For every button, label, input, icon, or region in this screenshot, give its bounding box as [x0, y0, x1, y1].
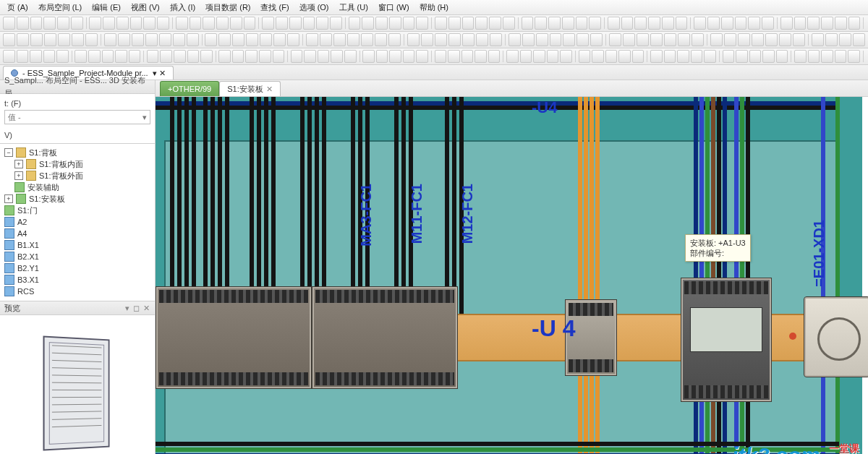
breaker-block[interactable]: [312, 286, 458, 389]
toolbar-button[interactable]: [637, 33, 649, 46]
toolbar-button[interactable]: [692, 33, 704, 46]
toolbar-button[interactable]: [333, 33, 346, 46]
toolbar-button[interactable]: [104, 33, 116, 46]
toolbar-button[interactable]: [776, 50, 788, 63]
toolbar-button[interactable]: [303, 17, 315, 30]
toolbar-button[interactable]: [710, 33, 723, 46]
toolbar-button[interactable]: [116, 17, 129, 30]
toolbar-button[interactable]: [676, 17, 688, 30]
toolbar-button[interactable]: [664, 50, 676, 63]
toolbar-button[interactable]: [634, 17, 647, 30]
toolbar-button[interactable]: [174, 50, 186, 63]
toolbar-button[interactable]: [704, 50, 716, 63]
toolbar-button[interactable]: [389, 17, 401, 30]
toolbar-button[interactable]: [632, 50, 644, 63]
toolbar-button[interactable]: [246, 33, 258, 46]
toolbar-button[interactable]: [320, 33, 332, 46]
toolbar-button[interactable]: [362, 17, 374, 30]
toolbar-button[interactable]: [506, 50, 519, 63]
toolbar-button[interactable]: [533, 50, 545, 63]
toolbar-button[interactable]: [563, 33, 575, 46]
toolbar-button[interactable]: [694, 17, 706, 30]
toolbar-button[interactable]: [547, 50, 559, 63]
toolbar-button[interactable]: [535, 17, 547, 30]
toolbar-button[interactable]: [331, 50, 343, 63]
tree-node[interactable]: B2.X1: [4, 251, 150, 262]
toolbar-button[interactable]: [448, 50, 460, 63]
toolbar-button[interactable]: [738, 33, 750, 46]
toolbar-button[interactable]: [835, 50, 847, 63]
toolbar-button[interactable]: [130, 17, 142, 30]
toolbar-button[interactable]: [115, 50, 127, 63]
toolbar-button[interactable]: [488, 50, 501, 63]
document-tab-actions[interactable]: ▾ ✕: [153, 69, 166, 78]
menu-item[interactable]: 工具 (U): [335, 1, 373, 14]
toolbar-button[interactable]: [375, 33, 387, 46]
toolbar-button[interactable]: [721, 17, 733, 30]
toolbar-button[interactable]: [416, 50, 428, 63]
toolbar-button[interactable]: [403, 17, 415, 30]
toolbar-button[interactable]: [30, 50, 42, 63]
toolbar-button[interactable]: [17, 50, 29, 63]
toolbar-button[interactable]: [407, 33, 420, 46]
toolbar-button[interactable]: [287, 33, 299, 46]
tree-node[interactable]: B3.X1: [4, 274, 150, 286]
sidebar-tabs[interactable]: S_Sampl... 布局空间 - ESS... 3D 安装布局 - ...: [0, 80, 155, 94]
toolbar-button[interactable]: [17, 33, 29, 46]
toolbar-button[interactable]: [205, 33, 217, 46]
toolbar-button[interactable]: [794, 17, 807, 30]
toolbar-button[interactable]: [503, 17, 515, 30]
toolbar-button[interactable]: [330, 17, 342, 30]
toolbar-button[interactable]: [576, 17, 588, 30]
toolbar-button[interactable]: [780, 17, 793, 30]
toolbar-button[interactable]: [85, 33, 98, 46]
toolbar-button[interactable]: [30, 33, 43, 46]
toolbar-button[interactable]: [664, 33, 676, 46]
toolbar-button[interactable]: [724, 33, 736, 46]
toolbar-button[interactable]: [560, 50, 572, 63]
toolbar-button[interactable]: [562, 17, 574, 30]
toolbar-button[interactable]: [723, 50, 735, 63]
toolbar-button[interactable]: [273, 50, 285, 63]
toolbar-button[interactable]: [43, 50, 56, 63]
toolbar-button[interactable]: [262, 17, 274, 30]
toolbar-button[interactable]: [376, 50, 388, 63]
toolbar-button[interactable]: [707, 17, 720, 30]
toolbar-button[interactable]: [749, 50, 762, 63]
toolbar-button[interactable]: [825, 33, 838, 46]
canvas-tab-active[interactable]: S1:安装板✕: [219, 81, 281, 96]
tree-node[interactable]: A4: [4, 228, 150, 239]
menu-item[interactable]: 视图 (V): [127, 1, 164, 14]
toolbar-button[interactable]: [752, 33, 764, 46]
toolbar-button[interactable]: [72, 33, 84, 46]
toolbar-button[interactable]: [218, 50, 231, 63]
toolbar-button[interactable]: [848, 17, 861, 30]
toolbar-button[interactable]: [821, 17, 833, 30]
toolbar-button[interactable]: [71, 17, 83, 30]
tree-node[interactable]: −S1:背板: [4, 147, 150, 158]
tree-node[interactable]: +S1:安装板: [4, 193, 150, 205]
toolbar-button[interactable]: [344, 50, 357, 63]
toolbar-button[interactable]: [691, 50, 703, 63]
toolbar-button[interactable]: [550, 33, 562, 46]
toolbar-button[interactable]: [678, 33, 690, 46]
toolbar-button[interactable]: [576, 33, 589, 46]
toolbar-button[interactable]: [794, 50, 807, 63]
viewport[interactable]: var lefts=[20,30,40,50,66,76,86,96,130,1…: [156, 97, 868, 454]
menu-item[interactable]: 项目数据 (R): [201, 1, 255, 14]
toolbar-button[interactable]: [118, 33, 130, 46]
toolbar-button[interactable]: [677, 50, 689, 63]
toolbar-button[interactable]: [522, 33, 535, 46]
toolbar-button[interactable]: [102, 50, 114, 63]
toolbar-button[interactable]: [30, 17, 43, 30]
toolbar-button[interactable]: [361, 33, 373, 46]
toolbar-button[interactable]: [160, 50, 172, 63]
toolbar-button[interactable]: [462, 17, 475, 30]
toolbar-button[interactable]: [762, 50, 775, 63]
menu-item[interactable]: 布局空间 (L): [34, 1, 87, 14]
toolbar-button[interactable]: [605, 50, 618, 63]
toolbar-button[interactable]: [159, 33, 171, 46]
toolbar-button[interactable]: [793, 33, 805, 46]
toolbar-button[interactable]: [618, 50, 631, 63]
toolbar-button[interactable]: [375, 17, 388, 30]
